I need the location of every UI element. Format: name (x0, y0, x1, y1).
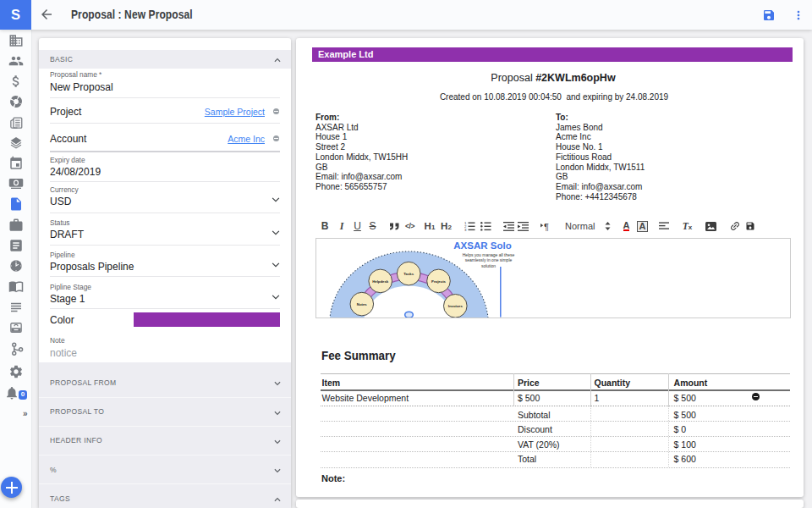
svg-text:seamlessly in one simple: seamlessly in one simple (464, 257, 512, 262)
svg-text:Tasks: Tasks (403, 272, 414, 276)
svg-text:Helpdesk: Helpdesk (372, 279, 389, 284)
svg-text:Helps you manage all these: Helps you manage all these (462, 252, 514, 257)
svg-text:3: 3 (464, 228, 467, 231)
svg-text:Projects: Projects (431, 279, 447, 284)
svg-text:¶: ¶ (544, 222, 549, 231)
svg-text:Invoices: Invoices (447, 304, 463, 308)
svg-text:Notes: Notes (356, 302, 367, 306)
svg-text:AXSAR Solo: AXSAR Solo (453, 240, 511, 251)
svg-text:solution: solution (480, 263, 495, 268)
